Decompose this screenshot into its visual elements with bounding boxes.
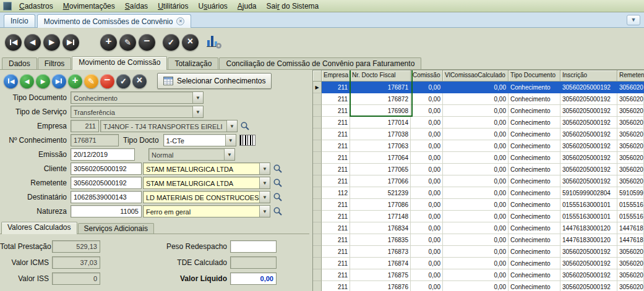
add-record-button[interactable]: +	[100, 34, 117, 51]
search-icon[interactable]	[240, 121, 250, 131]
table-row[interactable]: 2111768350,000,00Conhecimento14476183000…	[313, 234, 644, 246]
conhecimento-field[interactable]: 176871	[71, 134, 119, 146]
first-record-button[interactable]: ◀	[5, 34, 22, 51]
table-row[interactable]: 2111770640,000,00Conhecimento30560205000…	[313, 152, 644, 164]
search-icon[interactable]	[273, 206, 283, 216]
grid-next-button[interactable]: ▶	[36, 74, 50, 88]
search-icon[interactable]	[273, 192, 283, 202]
grid-col-header-6[interactable]: Remetente	[617, 70, 644, 82]
tab-inicio[interactable]: Início	[4, 14, 35, 27]
menu-item-usuários[interactable]: Usuários	[193, 1, 232, 11]
grid-cell: 0,00	[443, 281, 509, 291]
grid-col-header-2[interactable]: Comissão	[411, 70, 443, 82]
last-record-button[interactable]: ▶	[62, 34, 79, 51]
delete-record-button[interactable]: −	[139, 34, 155, 51]
table-row[interactable]: 2111768730,000,00Conhecimento30560205000…	[313, 246, 644, 258]
table-row[interactable]: 2111770650,000,00Conhecimento30560205000…	[313, 164, 644, 175]
emissao-field[interactable]: 20/12/2019	[71, 148, 135, 161]
grid-col-header-4[interactable]: Tipo Documento	[509, 70, 560, 82]
table-row[interactable]: 2111770630,000,00Conhecimento30560205000…	[313, 140, 644, 152]
menu-item-utilitários[interactable]: Utilitários	[153, 1, 193, 11]
tab-valores-calculados[interactable]: Valores Calculados	[1, 222, 77, 234]
grid-cell: 0,00	[443, 152, 509, 164]
grid-col-header-3[interactable]: VlComissaoCalculado	[443, 70, 509, 82]
tab-list-chevron-button[interactable]: ▼	[627, 15, 640, 25]
selecionar-conhecimentos-button[interactable]: Selecionar Conhecimentos	[157, 73, 272, 89]
valor-icms-field: 37,03	[52, 256, 100, 269]
main-toolbar: ◀ ◀ ▶ ▶ + ✎ − ✓ ×	[0, 28, 644, 56]
page-tab-1[interactable]: Filtros	[38, 57, 72, 69]
page-tab-2[interactable]: Movimento de Comissão	[72, 56, 167, 70]
chart-icon[interactable]	[205, 33, 223, 51]
chevron-down-icon: ▼	[259, 192, 270, 203]
destinatario-select[interactable]: LD MATERIAIS DE CONSTRUCOES LTDA ▼	[143, 191, 270, 203]
tipo-docto-select[interactable]: 1-CTe ▼	[163, 134, 236, 146]
grid-cell: 30560205000192	[617, 269, 644, 281]
menu-item-movimentações[interactable]: Movimentações	[58, 1, 120, 11]
tipo-documento-label: Tipo Documento	[1, 93, 71, 102]
grid-last-button[interactable]: ▶	[52, 74, 66, 88]
row-selector	[313, 258, 322, 269]
tab-movimento-comissoes-convenio[interactable]: Movimento de Comissões de Convênio ×	[37, 14, 192, 28]
empresa-code-field[interactable]: 211	[71, 120, 99, 132]
menu-item-sair-do-sistema[interactable]: Sair do Sistema	[262, 1, 324, 11]
grid-prev-button[interactable]: ◀	[20, 74, 34, 88]
close-icon[interactable]: ×	[176, 17, 184, 25]
grid-cell: 01555163000101	[617, 199, 644, 211]
cancel-button[interactable]: ×	[182, 34, 199, 51]
page-tab-0[interactable]: Dados	[2, 57, 37, 69]
cliente-select[interactable]: STAM METALURGICA LTDA ▼	[143, 162, 270, 175]
grid-col-header-1[interactable]: Nr. Docto Fiscal	[350, 70, 411, 82]
table-row[interactable]: 2111768340,000,00Conhecimento14476183000…	[313, 222, 644, 234]
empresa-select[interactable]: TJ4NOF - TJ4 TRANSPORTES EIRELI ▼	[100, 120, 238, 132]
grid-delete-button[interactable]: −	[100, 74, 114, 88]
tipo-documento-select[interactable]: Conhecimento ▼	[71, 91, 204, 104]
remetente-code-field[interactable]: 30560205000192	[71, 177, 142, 189]
grid-cancel-button[interactable]: ×	[132, 74, 147, 88]
menu-item-cadastros[interactable]: Cadastros	[14, 1, 58, 11]
row-selector	[313, 129, 322, 140]
page-tab-3[interactable]: Totalização	[168, 57, 218, 69]
table-row[interactable]: 2111770380,000,00Conhecimento30560205000…	[313, 129, 644, 140]
grid-cell: 30560205000192	[560, 281, 617, 291]
menu-item-saídas[interactable]: Saídas	[120, 1, 153, 11]
grid-cell: 30560205000192	[617, 129, 644, 140]
table-row[interactable]: 2111771480,000,00Conhecimento01555163000…	[313, 211, 644, 222]
table-row[interactable]: 2111768720,000,00Conhecimento30560205000…	[313, 93, 644, 105]
table-row[interactable]: 1125212390,000,00Conhecimento59105999002…	[313, 187, 644, 199]
menu-item-ajuda[interactable]: Ajuda	[233, 1, 262, 11]
grid-col-header-5[interactable]: Inscrição	[560, 70, 617, 82]
next-record-button[interactable]: ▶	[43, 34, 60, 51]
search-icon[interactable]	[273, 164, 283, 174]
natureza-select[interactable]: Ferro em geral ▼	[143, 205, 270, 217]
grid-col-header-0[interactable]: Empresa	[322, 70, 350, 82]
search-icon[interactable]	[273, 178, 283, 188]
peso-redespacho-field[interactable]	[230, 240, 277, 253]
prev-record-button[interactable]: ◀	[24, 34, 41, 51]
emissao-modo-select[interactable]: Normal ▼	[148, 148, 235, 161]
grid-add-button[interactable]: +	[68, 74, 82, 88]
confirm-button[interactable]: ✓	[163, 34, 179, 51]
row-selector	[313, 199, 322, 211]
barcode-icon[interactable]	[239, 135, 255, 146]
table-row[interactable]: 2111769080,000,00Conhecimento30560205000…	[313, 105, 644, 117]
table-row[interactable]: 2111768760,000,00Conhecimento30560205000…	[313, 281, 644, 291]
cliente-code-field[interactable]: 30560205000192	[71, 162, 142, 175]
page-tab-4[interactable]: Conciliação de Comissão de Convênio para…	[219, 57, 421, 69]
destinatario-code-field[interactable]: 10628539000143	[71, 191, 142, 203]
grid-first-button[interactable]: ◀	[4, 74, 18, 88]
table-row[interactable]: 2111770660,000,00Conhecimento30560205000…	[313, 175, 644, 187]
table-row[interactable]: 2111768750,000,00Conhecimento30560205000…	[313, 269, 644, 281]
tipo-servico-select[interactable]: Transferência ▼	[71, 106, 204, 118]
table-row[interactable]: 2111768740,000,00Conhecimento30560205000…	[313, 258, 644, 269]
grid-cell: 211	[322, 140, 350, 152]
grid-confirm-button[interactable]: ✓	[116, 74, 131, 88]
tab-servicos-adicionais[interactable]: Serviços Adicionais	[78, 223, 154, 234]
table-row[interactable]: 2111770140,000,00Conhecimento30560205000…	[313, 117, 644, 129]
natureza-code-field[interactable]: 11005	[71, 205, 142, 217]
table-row[interactable]: 2111770860,000,00Conhecimento01555163000…	[313, 199, 644, 211]
grid-edit-button[interactable]: ✎	[84, 74, 98, 88]
remetente-select[interactable]: STAM METALURGICA LTDA ▼	[143, 177, 270, 189]
table-row[interactable]: ▶2111768710,000,00Conhecimento3056020500…	[313, 82, 644, 93]
edit-record-button[interactable]: ✎	[119, 34, 136, 51]
